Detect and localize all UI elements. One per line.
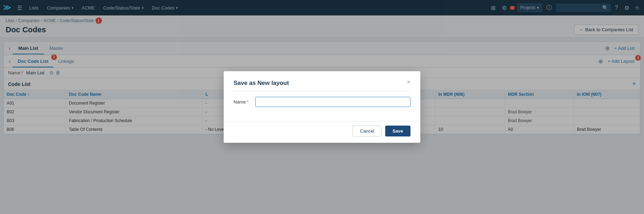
modal-title: Save as New layout [234, 80, 410, 91]
modal-save-button[interactable]: Save [385, 126, 410, 134]
modal-cancel-button[interactable]: Cancel [353, 126, 381, 134]
modal-body: × Save as New layout Name:* [224, 71, 420, 118]
modal-name-label: Name:* [234, 99, 251, 105]
modal-field-row: Name:* [234, 97, 410, 107]
save-layout-modal: × Save as New layout Name:* Cancel Save [224, 71, 420, 134]
modal-overlay: × Save as New layout Name:* Cancel Save [0, 0, 644, 134]
modal-close-button[interactable]: × [407, 79, 410, 85]
modal-name-input[interactable] [255, 97, 410, 107]
modal-footer: Cancel Save [224, 121, 420, 134]
